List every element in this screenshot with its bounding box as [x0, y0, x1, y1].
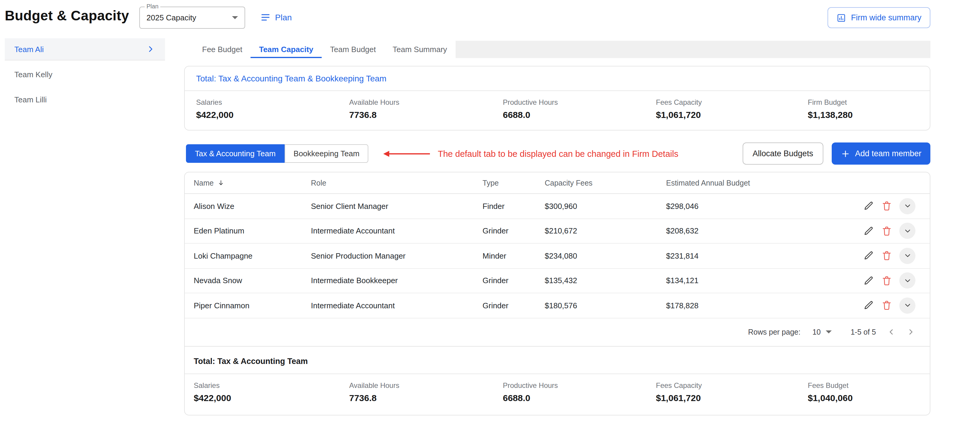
sidebar-item-team-kelly[interactable]: Team Kelly: [5, 63, 165, 86]
cell-name: Alison Wize: [194, 202, 311, 211]
chevron-down-icon: [903, 252, 912, 260]
sort-arrow-down-icon: [217, 179, 225, 187]
delete-button[interactable]: [881, 201, 892, 212]
expand-row-button[interactable]: [899, 297, 915, 314]
table-row: Piper Cinnamon Intermediate Accountant G…: [185, 293, 930, 318]
pencil-icon: [864, 300, 874, 311]
column-header-estimated-annual-budget: Estimated Annual Budget: [666, 179, 864, 187]
table-row: Eden Platinum Intermediate Accountant Gr…: [185, 219, 930, 244]
edit-button[interactable]: [864, 300, 874, 311]
header-actions: Allocate Budgets Add team member: [742, 142, 931, 164]
column-header-type: Type: [482, 179, 545, 187]
pencil-icon: [864, 251, 874, 261]
cell-type: Finder: [482, 202, 545, 211]
delete-button[interactable]: [881, 251, 892, 261]
cell-estimated-budget: $231,814: [666, 251, 864, 260]
trash-icon: [881, 201, 892, 212]
plan-select-label: Plan: [145, 3, 160, 10]
pencil-icon: [864, 275, 874, 286]
chevron-down-icon: [826, 330, 831, 334]
cell-capacity-fees: $180,576: [545, 301, 666, 310]
expand-row-button[interactable]: [899, 248, 915, 264]
stat-available-hours: Available Hours 7736.8: [349, 381, 503, 402]
trash-icon: [881, 300, 892, 311]
expand-row-button[interactable]: [899, 223, 915, 239]
cell-estimated-budget: $298,046: [666, 202, 864, 211]
summary-card-title: Total: Tax & Accounting Team & Bookkeepi…: [185, 67, 930, 90]
cell-role: Senior Client Manager: [311, 202, 482, 211]
pagination-range: 1-5 of 5: [851, 328, 876, 336]
bar-chart-icon: [837, 13, 846, 22]
cell-capacity-fees: $135,432: [545, 276, 666, 285]
cell-capacity-fees: $234,080: [545, 251, 666, 260]
delete-button[interactable]: [881, 226, 892, 236]
cell-name: Eden Platinum: [194, 227, 311, 236]
main-content: Fee Budget Team Capacity Team Budget Tea…: [184, 36, 931, 415]
cell-capacity-fees: $210,672: [545, 227, 666, 236]
add-team-member-button[interactable]: Add team member: [832, 142, 931, 164]
tab-team-summary[interactable]: Team Summary: [384, 41, 455, 58]
cell-actions: [864, 273, 935, 289]
add-team-member-label: Add team member: [855, 149, 921, 158]
tab-team-capacity[interactable]: Team Capacity: [251, 41, 322, 58]
delete-button[interactable]: [881, 300, 892, 311]
next-page-button[interactable]: [907, 327, 915, 337]
sidebar-item-team-lilli[interactable]: Team Lilli: [5, 88, 165, 111]
annotation-text: The default tab to be displayed can be c…: [438, 149, 678, 158]
stat-fees-budget: Fees Budget $1,040,060: [808, 381, 930, 402]
tab-team-budget[interactable]: Team Budget: [322, 41, 384, 58]
plan-link[interactable]: Plan: [260, 12, 292, 23]
stat-fees-capacity: Fees Capacity $1,061,720: [656, 98, 808, 120]
trash-icon: [881, 226, 892, 236]
cell-actions: [864, 248, 935, 264]
cell-estimated-budget: $134,121: [666, 276, 864, 285]
allocate-budgets-button[interactable]: Allocate Budgets: [742, 142, 823, 164]
cell-name: Loki Champagne: [194, 251, 311, 260]
expand-row-button[interactable]: [899, 273, 915, 289]
edit-button[interactable]: [864, 275, 874, 286]
column-header-role: Role: [311, 179, 482, 187]
firm-wide-summary-button[interactable]: Firm wide summary: [827, 7, 931, 28]
stat-productive-hours: Productive Hours 6688.0: [503, 381, 656, 402]
tab-bookkeeping-team[interactable]: Bookkeeping Team: [285, 144, 369, 163]
edit-button[interactable]: [864, 251, 874, 261]
expand-row-button[interactable]: [899, 198, 915, 214]
page-title: Budget & Capacity: [5, 8, 129, 24]
cell-role: Intermediate Accountant: [311, 227, 482, 236]
edit-button[interactable]: [864, 201, 874, 212]
chevron-right-icon: [146, 44, 156, 54]
plan-select-value: 2025 Capacity: [146, 13, 232, 22]
cell-name: Nevada Snow: [194, 276, 311, 285]
cell-type: Grinder: [482, 227, 545, 236]
previous-page-button[interactable]: [887, 327, 896, 337]
cell-role: Intermediate Bookkeeper: [311, 276, 482, 285]
table-row: Nevada Snow Intermediate Bookkeeper Grin…: [185, 268, 930, 293]
cell-name: Piper Cinnamon: [194, 301, 311, 310]
top-bar: Budget & Capacity Plan 2025 Capacity Pla…: [0, 0, 980, 36]
column-header-name[interactable]: Name: [194, 179, 311, 187]
table-row: Loki Champagne Senior Production Manager…: [185, 244, 930, 268]
team-members-card: Name Role Type Capacity Fees Estimated A…: [184, 172, 931, 415]
sidebar-item-team-ali[interactable]: Team Ali: [5, 38, 165, 61]
cell-estimated-budget: $178,828: [666, 301, 864, 310]
rows-per-page-select[interactable]: 10: [812, 328, 831, 336]
cell-actions: [864, 198, 935, 214]
pencil-icon: [864, 226, 874, 236]
trash-icon: [881, 251, 892, 261]
tab-fee-budget[interactable]: Fee Budget: [194, 41, 251, 58]
plan-select[interactable]: Plan 2025 Capacity: [139, 6, 245, 29]
cell-capacity-fees: $300,960: [545, 202, 666, 211]
column-header-capacity-fees: Capacity Fees: [545, 179, 666, 187]
chevron-right-icon: [907, 327, 915, 337]
chevron-left-icon: [887, 327, 896, 337]
tab-tax-accounting-team[interactable]: Tax & Accounting Team: [186, 144, 285, 163]
tab-bar-lead: [184, 41, 194, 58]
delete-button[interactable]: [881, 275, 892, 286]
edit-button[interactable]: [864, 226, 874, 236]
trash-icon: [881, 275, 892, 286]
summary-stats: Salaries $422,000 Available Hours 7736.8…: [185, 91, 930, 130]
cell-actions: [864, 297, 935, 314]
team-sidebar: Team Ali Team Kelly Team Lilli: [5, 36, 165, 111]
chevron-down-icon: [903, 202, 912, 211]
plan-link-label: Plan: [275, 13, 292, 22]
